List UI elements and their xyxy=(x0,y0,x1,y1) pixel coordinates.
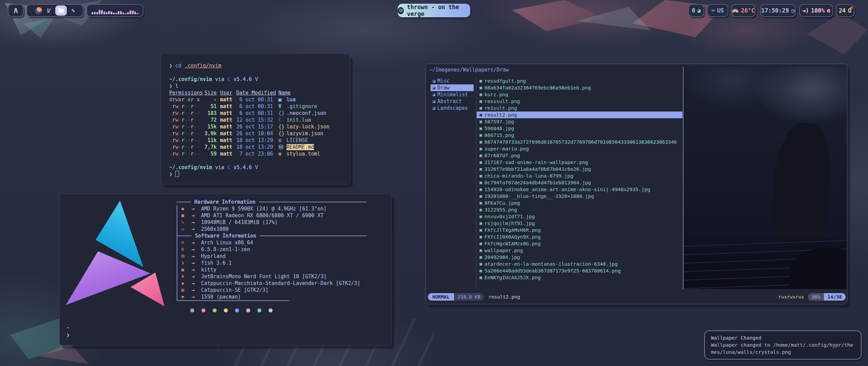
file-list-item[interactable]: ▣3122955.png xyxy=(477,206,683,213)
file-list-item[interactable]: ▣596848.jpg xyxy=(477,125,683,132)
file-size: 7,7k xyxy=(203,144,217,150)
hardware-icon: ▦ xyxy=(181,212,192,219)
file-list-item[interactable]: ▣866715.png xyxy=(477,132,683,139)
calendar-module[interactable]: 24 Ω xyxy=(836,4,854,17)
arrow-icon: → xyxy=(192,280,201,287)
file-list-item[interactable]: ▣217167-sad-anime-rain-wallpaper.png xyxy=(477,159,683,166)
hardware-value: AMD ATI Radeon RX 6800/6800 XT / 6900 XT xyxy=(201,212,323,219)
terminal-input-line[interactable]: ❯ xyxy=(169,171,345,178)
bell-unread-dot xyxy=(850,6,853,9)
file-list-item[interactable]: ▣super-mario.png xyxy=(477,145,683,152)
file-list-item[interactable]: ▣20492984.jpg xyxy=(477,254,683,261)
prompt-context-line: ~/.config/nvim via ☾ v5.4.6 V xyxy=(169,76,345,83)
clock-module[interactable]: 17:50:29 ◷ xyxy=(760,4,796,17)
file-list-item[interactable]: ▣wallpaper.png xyxy=(477,247,683,254)
file-list-item[interactable]: ▣FXfcHgcWIAMzs0G.png xyxy=(477,240,683,247)
notification-popup[interactable]: Wallpaper Changed Wallpaper changed to /… xyxy=(704,330,862,360)
dock-group: V ✎ xyxy=(26,4,83,17)
file-list-item[interactable]: ▣ressdfgult.png xyxy=(477,78,683,84)
file-type-icon: Ψ xyxy=(278,103,287,110)
file-list-item[interactable]: ▣FXfcJlTXgAMvH6R.png xyxy=(477,227,683,233)
sidebar-directory-item[interactable]: ◪Landscapes xyxy=(426,105,475,111)
file-list-item[interactable]: ▣re1sult.png xyxy=(477,105,683,111)
file-name: ressdfgult.png xyxy=(485,78,526,84)
updates-module[interactable]: 0 ◕ xyxy=(688,4,704,17)
image-file-icon: ▣ xyxy=(479,152,482,159)
visualizer-bar xyxy=(134,12,136,14)
file-list-item[interactable]: ▣68747470733a2f2f696d616765732d7769786d7… xyxy=(477,139,683,145)
weather-module[interactable]: 26°C xyxy=(731,4,755,17)
sidebar-directory-item[interactable]: ◪Misc xyxy=(426,78,475,84)
file-list-item[interactable]: ▣kurz.png xyxy=(477,91,683,98)
prompt-symbol: ❯ xyxy=(169,83,172,89)
app-launcher-button[interactable]: Λ xyxy=(8,4,24,17)
firefox-icon[interactable] xyxy=(35,7,42,14)
file-list-item[interactable]: ▣0c794faf07de24a4db4d4fb1eb813964.jpg xyxy=(477,179,683,186)
neovim-icon[interactable]: V xyxy=(47,7,51,14)
file-date: 12 oct 15:32 xyxy=(236,117,276,123)
file-list-item[interactable]: ▣nnvuv0xj2df71.jpg xyxy=(477,213,683,220)
palette-dot xyxy=(235,308,239,312)
file-list-item[interactable]: ▣result2.png xyxy=(477,111,683,118)
file-list-item[interactable]: ▣8FKa7Cu.jpeg xyxy=(477,200,683,206)
file-list-item[interactable]: ▣FXfcII0X0AQyn9X.png xyxy=(477,233,683,240)
arrow-icon: → xyxy=(192,253,201,260)
system-info-panel: Hardware Information ◉→AMD Ryzen 9 5900X… xyxy=(177,199,367,301)
sidebar-directory-item[interactable]: ◪Abstract xyxy=(426,98,475,105)
file-manager-active-chip[interactable] xyxy=(55,5,67,16)
command: l xyxy=(175,83,178,89)
file-list-item[interactable]: ▣19201080-__blue-tinge__-1920×1080.jpg xyxy=(477,193,683,200)
file-list-item[interactable]: ▣atardecer-en-la-montanas-ilustracion-63… xyxy=(477,261,683,267)
file-list-item[interactable]: ▣587597.jpg xyxy=(477,118,683,125)
spotify-icon xyxy=(398,7,404,14)
paintbrush-icon[interactable]: ✎ xyxy=(72,7,75,14)
notification-bell[interactable]: Ω xyxy=(848,7,851,14)
file-type-icon: ■ xyxy=(278,96,287,103)
file-list-item[interactable]: ▣EeNKYgIUcAAJ5JX.png xyxy=(477,274,683,281)
arrow-icon: → xyxy=(192,260,201,266)
panel-bottom-border xyxy=(177,300,289,301)
sidebar-directory-item[interactable]: ◪Draw xyxy=(431,84,474,91)
selected-file-name: result2.png xyxy=(489,294,520,300)
file-size: 3,0k xyxy=(203,130,217,137)
file-list-item[interactable]: ▣chica-mirando-la-luna-8799.jpg xyxy=(477,172,683,179)
sidebar-directory-item[interactable]: ◪Minimalist xyxy=(426,91,475,98)
file-name: FXfcJlTXgAMvH6R.png xyxy=(485,227,541,233)
breadcrumb-path: ~/Imagenes/Wallpapers/Draw xyxy=(429,67,509,73)
wallpaper-shard xyxy=(512,0,604,31)
file-name: EeNKYgIUcAAJ5JX.png xyxy=(485,274,541,281)
hardware-info-row: ▦→AMD ATI Radeon RX 6800/6800 XT / 6900 … xyxy=(177,212,367,219)
software-value: fish 3.6.1 xyxy=(201,260,232,266)
image-file-icon: ▣ xyxy=(479,233,482,240)
keyboard-layout-module[interactable]: ⌨ US xyxy=(707,4,728,17)
directory-name: Minimalist xyxy=(437,91,468,98)
prompt-symbol: ❯ xyxy=(66,331,70,339)
distro-logo xyxy=(66,199,171,310)
arrow-icon: → xyxy=(192,226,201,232)
volume-module[interactable]: ◄) 100% ʘ xyxy=(799,4,833,17)
cwd-path: ~/.config/nvim xyxy=(169,164,212,170)
temperature: 26°C xyxy=(741,7,755,14)
fetch-prompt[interactable]: ~ ❯ xyxy=(66,324,70,339)
file-list-item[interactable]: ▣87r687df.png xyxy=(477,152,683,159)
file-list-item[interactable]: ▣5a266e448add93deab367d87173e9f25-683788… xyxy=(477,267,683,274)
file-name: resssult.png xyxy=(485,98,520,105)
software-icon: δ xyxy=(181,246,192,253)
software-value: 6.5.8-zen1-1-zen xyxy=(201,246,250,253)
file-list-item[interactable]: ▣08a634fa02a32364f69ebc86a98eb1eb.png xyxy=(477,84,683,91)
file-list-item[interactable]: ▣154928-odinokoe_anime-art-anime-okno-si… xyxy=(477,186,683,193)
now-playing-widget[interactable]: thrown - on the verge xyxy=(398,4,470,17)
file-date: 6 oct 00:31 xyxy=(236,110,276,117)
file-list-item[interactable]: ▣3126f7e9bbf21a8a4af0b67b041c6e26.jpg xyxy=(477,166,683,172)
folder-icon: ◪ xyxy=(433,84,435,91)
folder-icon: ◪ xyxy=(433,98,435,105)
file-list-item[interactable]: ▣rsjqojlmjhf91.jpg xyxy=(477,220,683,227)
image-file-icon: ▣ xyxy=(479,261,482,267)
file-list-item[interactable]: ▣resssult.png xyxy=(477,98,683,105)
hardware-section-title: Hardware Information xyxy=(177,199,367,205)
image-file-icon: ▣ xyxy=(479,172,482,179)
file-name: chica-mirando-la-luna-8799.jpg xyxy=(485,172,573,179)
file-name: 3126f7e9bbf21a8a4af0b67b041c6e26.jpg xyxy=(485,166,591,172)
hardware-icon: ✎ xyxy=(181,219,192,226)
wallpaper-shard xyxy=(24,18,54,38)
